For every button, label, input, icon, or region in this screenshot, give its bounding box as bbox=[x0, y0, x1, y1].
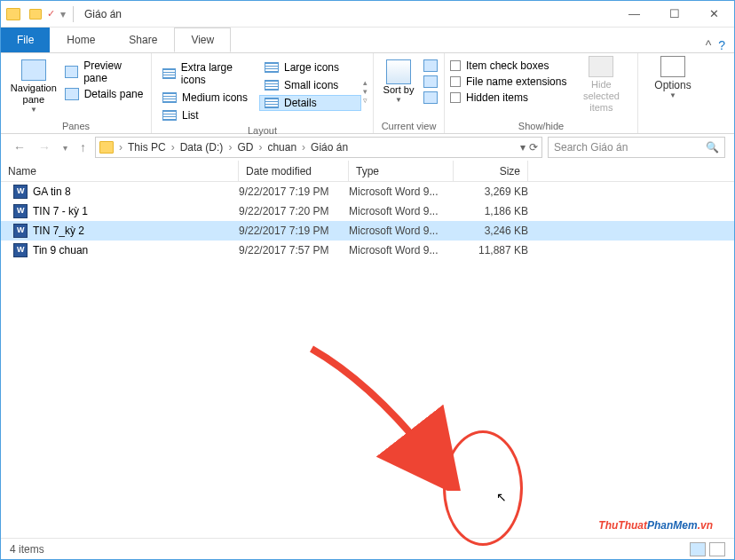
options-button[interactable]: Options ▼ bbox=[644, 56, 702, 99]
sort-by-button[interactable]: Sort by ▼ bbox=[379, 59, 418, 104]
file-extensions-toggle[interactable]: File name extensions bbox=[450, 75, 566, 88]
layout-list[interactable]: List bbox=[157, 107, 259, 123]
crumb-chuan[interactable]: chuan bbox=[264, 141, 300, 154]
crumb-gd[interactable]: GD bbox=[233, 141, 257, 154]
options-icon bbox=[660, 56, 685, 77]
address-bar[interactable]: › This PC› Data (D:)› GD› chuan› Giáo án… bbox=[95, 137, 542, 158]
qat-properties-icon[interactable] bbox=[29, 9, 42, 20]
word-doc-icon bbox=[13, 204, 28, 218]
qat-dropdown-icon[interactable]: ▾ bbox=[60, 8, 66, 20]
tab-share[interactable]: Share bbox=[112, 28, 174, 52]
quick-access-toolbar: ✓ ▾ bbox=[29, 8, 66, 20]
layout-scroll-up[interactable]: ▴ bbox=[363, 78, 368, 87]
close-button[interactable]: ✕ bbox=[694, 1, 734, 28]
folder-icon bbox=[6, 8, 20, 20]
file-row[interactable]: Tin 9 chuan9/22/2017 7:57 PMMicrosoft Wo… bbox=[1, 241, 734, 260]
window-title: Giáo án bbox=[84, 8, 122, 20]
sort-icon bbox=[386, 59, 411, 84]
column-date[interactable]: Date modified bbox=[239, 161, 349, 182]
layout-medium[interactable]: Medium icons bbox=[157, 90, 259, 106]
qat-check-icon[interactable]: ✓ bbox=[47, 8, 55, 20]
file-size: 1,186 KB bbox=[454, 205, 528, 217]
word-doc-icon bbox=[13, 224, 28, 238]
up-button[interactable]: ↑ bbox=[76, 140, 90, 154]
ribbon-collapse-icon[interactable]: ^ bbox=[706, 38, 712, 52]
file-list: GA tin 89/22/2017 7:19 PMMicrosoft Word … bbox=[1, 182, 734, 260]
refresh-icon[interactable]: ⟳ bbox=[529, 141, 538, 154]
address-dropdown-icon[interactable]: ▾ bbox=[520, 141, 526, 154]
file-date: 9/22/2017 7:19 PM bbox=[239, 185, 349, 198]
word-doc-icon bbox=[13, 185, 28, 199]
tab-home[interactable]: Home bbox=[50, 28, 112, 52]
add-columns-icon[interactable] bbox=[423, 75, 438, 88]
file-type: Microsoft Word 9... bbox=[349, 205, 454, 217]
file-row[interactable]: TIN 7 - kỳ 19/22/2017 7:20 PMMicrosoft W… bbox=[1, 201, 734, 221]
large-view-icon[interactable] bbox=[709, 542, 725, 556]
recent-button[interactable]: ▾ bbox=[59, 143, 71, 153]
maximize-button[interactable]: ☐ bbox=[654, 1, 694, 28]
search-icon: 🔍 bbox=[706, 141, 719, 154]
file-name: GA tin 8 bbox=[33, 185, 239, 198]
watermark: ThuThuatPhanMem.vn bbox=[598, 509, 713, 534]
file-date: 9/22/2017 7:19 PM bbox=[239, 225, 349, 237]
ribbon-tabs: File Home Share View ^ ? bbox=[1, 28, 734, 52]
layout-small[interactable]: Small icons bbox=[259, 77, 361, 93]
address-bar-row: ← → ▾ ↑ › This PC› Data (D:)› GD› chuan›… bbox=[1, 134, 734, 161]
column-headers: Name Date modified Type Size bbox=[1, 161, 734, 182]
tab-view[interactable]: View bbox=[174, 28, 231, 52]
file-name: TIN 7 - kỳ 1 bbox=[33, 205, 239, 217]
item-count: 4 items bbox=[10, 543, 44, 556]
layout-extra-large[interactable]: Extra large icons bbox=[157, 59, 259, 88]
panes-group-label: Panes bbox=[6, 119, 146, 133]
file-type: Microsoft Word 9... bbox=[349, 185, 454, 198]
title-bar: ✓ ▾ Giáo án — ☐ ✕ bbox=[1, 1, 734, 28]
details-view-icon[interactable] bbox=[690, 542, 706, 556]
layout-large[interactable]: Large icons bbox=[259, 59, 361, 75]
crumb-current[interactable]: Giáo án bbox=[307, 141, 352, 154]
details-pane-button[interactable]: Details pane bbox=[65, 88, 146, 100]
crumb-thispc[interactable]: This PC bbox=[124, 141, 170, 154]
file-row[interactable]: GA tin 89/22/2017 7:19 PMMicrosoft Word … bbox=[1, 182, 734, 201]
file-date: 9/22/2017 7:20 PM bbox=[239, 205, 349, 217]
file-size: 3,269 KB bbox=[454, 185, 528, 198]
column-type[interactable]: Type bbox=[349, 161, 454, 182]
cursor-icon: ↖ bbox=[496, 490, 507, 504]
column-size[interactable]: Size bbox=[454, 161, 528, 182]
minimize-button[interactable]: — bbox=[614, 1, 654, 28]
preview-pane-button[interactable]: Preview pane bbox=[65, 59, 146, 84]
layout-scroll-down[interactable]: ▾ bbox=[363, 87, 368, 96]
status-bar: 4 items bbox=[1, 538, 734, 559]
search-placeholder: Search Giáo án bbox=[554, 141, 628, 154]
back-button[interactable]: ← bbox=[10, 140, 29, 154]
layout-details[interactable]: Details bbox=[259, 95, 361, 111]
help-icon[interactable]: ? bbox=[718, 38, 725, 52]
group-by-icon[interactable] bbox=[423, 59, 438, 72]
details-pane-icon bbox=[65, 88, 79, 100]
navigation-pane-button[interactable]: Navigation pane ▼ bbox=[6, 56, 61, 114]
file-name: Tin 9 chuan bbox=[33, 244, 239, 256]
file-name: TIN 7_kỳ 2 bbox=[33, 225, 239, 237]
annotation-arrow bbox=[294, 331, 471, 491]
file-date: 9/22/2017 7:57 PM bbox=[239, 244, 349, 256]
hidden-items-toggle[interactable]: Hidden items bbox=[450, 91, 566, 104]
file-type: Microsoft Word 9... bbox=[349, 225, 454, 237]
column-name[interactable]: Name bbox=[1, 161, 239, 182]
crumb-data[interactable]: Data (D:) bbox=[177, 141, 227, 154]
hide-selected-button[interactable]: Hide selected items bbox=[572, 56, 630, 114]
size-columns-icon[interactable] bbox=[423, 91, 438, 104]
layout-more[interactable]: ▿ bbox=[363, 96, 368, 105]
item-checkboxes-toggle[interactable]: Item check boxes bbox=[450, 59, 566, 72]
search-box[interactable]: Search Giáo án 🔍 bbox=[548, 137, 725, 158]
file-type: Microsoft Word 9... bbox=[349, 244, 454, 256]
tab-file[interactable]: File bbox=[1, 28, 50, 52]
navigation-pane-label: Navigation pane bbox=[6, 83, 61, 106]
word-doc-icon bbox=[13, 243, 28, 257]
annotation-ellipse bbox=[443, 430, 523, 546]
ribbon: Navigation pane ▼ Preview pane Details p… bbox=[1, 52, 734, 134]
preview-pane-icon bbox=[65, 66, 78, 78]
hide-selected-icon bbox=[589, 56, 613, 77]
file-row[interactable]: TIN 7_kỳ 29/22/2017 7:19 PMMicrosoft Wor… bbox=[1, 221, 734, 241]
layout-group-label: Layout bbox=[157, 123, 368, 138]
current-view-group-label: Current view bbox=[379, 119, 439, 133]
forward-button[interactable]: → bbox=[35, 140, 54, 154]
